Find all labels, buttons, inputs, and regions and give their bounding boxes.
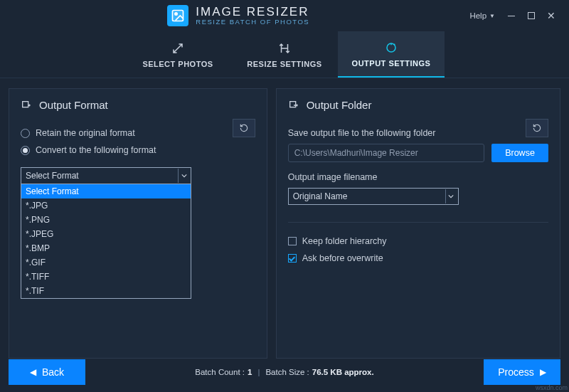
folder-icon [288,100,299,111]
svg-rect-3 [23,101,28,107]
tab-label: OUTPUT SETTINGS [352,59,431,68]
format-option[interactable]: *.GIF [21,255,191,270]
svg-rect-0 [173,11,184,21]
main-content: Output Format Retain the original format… [0,78,569,359]
browse-label: Browse [505,148,535,158]
radio-icon-checked [21,146,30,155]
select-value: Select Format [26,171,79,181]
output-folder-panel: Output Folder Save output file to the fo… [276,88,560,359]
radio-label: Convert to the following format [36,145,156,155]
close-button[interactable]: ✕ [545,9,558,22]
back-label: Back [42,366,64,378]
format-option[interactable]: *.PNG [21,213,191,227]
chevron-right-icon: ▶ [540,367,546,377]
checkbox-label: Keep folder hierarchy [302,236,387,246]
export-icon [21,100,32,111]
filename-select[interactable]: Original Name [288,188,459,205]
resize-icon [277,41,292,55]
batch-count-value: 1 [248,368,252,376]
format-option[interactable]: *.TIF [21,284,191,298]
tab-label: SELECT PHOTOS [142,60,213,68]
app-subtitle: RESIZE BATCH OF PHOTOS [196,18,309,26]
footer: ◀ Back Batch Count : 1 | Batch Size : 76… [9,359,560,385]
save-path-label: Save output file to the following folder [288,128,548,138]
back-button[interactable]: ◀ Back [9,359,85,385]
batch-status: Batch Count : 1 | Batch Size : 76.5 KB a… [195,368,373,376]
browse-button[interactable]: Browse [491,144,548,162]
svg-rect-4 [289,101,295,107]
panel-title: Output Format [21,99,255,111]
output-format-panel: Output Format Retain the original format… [9,88,267,359]
maximize-button[interactable] [525,9,538,22]
reset-format-button[interactable] [233,119,255,137]
title-center: IMAGE RESIZER RESIZE BATCH OF PHOTOS [7,0,469,31]
help-label: Help [469,11,486,20]
format-select[interactable]: Select Format [21,167,191,184]
svg-point-1 [175,13,177,15]
filename-value: Original Name [293,191,348,201]
tab-output-settings[interactable]: OUTPUT SETTINGS [338,31,445,78]
checkbox-icon-checked [288,254,297,263]
titlebar: IMAGE RESIZER RESIZE BATCH OF PHOTOS Hel… [0,0,569,31]
reset-folder-button[interactable] [526,119,548,137]
radio-retain-format[interactable]: Retain the original format [21,128,255,138]
chevron-left-icon: ◀ [30,367,36,377]
process-button[interactable]: Process ▶ [484,359,560,385]
output-icon [384,41,398,55]
batch-size-label: Batch Size : [265,368,309,376]
process-label: Process [498,366,534,378]
radio-icon [21,129,30,138]
batch-count-label: Batch Count : [195,368,245,376]
divider [288,222,548,223]
tab-resize-settings[interactable]: RESIZE SETTINGS [231,31,338,78]
tab-bar: SELECT PHOTOS RESIZE SETTINGS OUTPUT SET… [0,31,569,78]
app-title: IMAGE RESIZER [196,6,309,18]
window-controls: ─ ✕ [505,9,558,22]
app-title-block: IMAGE RESIZER RESIZE BATCH OF PHOTOS [196,6,309,26]
checkbox-label: Ask before overwrite [302,253,383,263]
title-right: Help ▼ ─ ✕ [469,9,562,22]
tab-label: RESIZE SETTINGS [247,60,321,68]
radio-label: Retain the original format [36,128,135,138]
radio-convert-format[interactable]: Convert to the following format [21,145,255,155]
panel-title-text: Output Format [39,99,108,111]
format-dropdown: Select Format *.JPG *.PNG *.JPEG *.BMP *… [21,184,191,299]
chevron-down-icon [178,169,189,183]
path-row: C:\Users\Madhuri\Image Resizer Browse [288,144,548,162]
panel-title: Output Folder [288,99,548,111]
help-menu[interactable]: Help ▼ [469,11,495,20]
format-option[interactable]: *.JPEG [21,227,191,241]
format-option[interactable]: *.BMP [21,241,191,255]
checkbox-keep-hierarchy[interactable]: Keep folder hierarchy [288,236,548,246]
chevron-down-icon [445,189,457,203]
checkbox-ask-overwrite[interactable]: Ask before overwrite [288,253,548,263]
minimize-button[interactable]: ─ [505,9,518,22]
filename-label: Output image filename [288,172,548,182]
checkbox-icon [288,237,297,245]
format-option[interactable]: *.JPG [21,198,191,213]
format-option[interactable]: Select Format [21,184,191,198]
tab-select-photos[interactable]: SELECT PHOTOS [124,31,231,78]
format-option[interactable]: *.TIFF [21,270,191,284]
path-value: C:\Users\Madhuri\Image Resizer [294,148,418,158]
output-path-input[interactable]: C:\Users\Madhuri\Image Resizer [288,144,484,162]
batch-size-value: 76.5 KB approx. [312,368,374,376]
panel-title-text: Output Folder [307,99,372,111]
expand-icon [171,41,185,55]
app-logo-icon [167,5,188,26]
chevron-down-icon: ▼ [489,13,495,19]
watermark: wsxdn.com [536,384,568,391]
